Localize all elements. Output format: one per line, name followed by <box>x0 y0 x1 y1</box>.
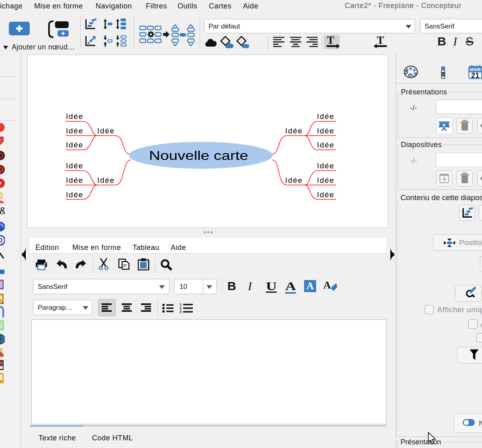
svg-text:Idée: Idée <box>66 127 83 135</box>
svg-text:$&: $& <box>0 205 5 216</box>
svg-text:Idée: Idée <box>66 190 83 199</box>
svg-text:Idée: Idée <box>66 112 83 121</box>
svg-text:Idée: Idée <box>317 176 334 184</box>
svg-text:Nouvelle carte: Nouvelle carte <box>149 148 248 163</box>
svg-text:Idée: Idée <box>285 127 302 135</box>
svg-text:B: B <box>227 279 236 293</box>
svg-text:Idée: Idée <box>317 127 334 135</box>
svg-text:Idée: Idée <box>317 141 334 149</box>
svg-text:U: U <box>266 279 277 293</box>
svg-text:I: I <box>247 279 253 293</box>
svg-text:T: T <box>377 35 384 46</box>
svg-text:3: 3 <box>180 310 182 314</box>
svg-text:Idée: Idée <box>66 141 83 149</box>
svg-text:A: A <box>323 279 331 291</box>
svg-text:Idée: Idée <box>66 176 83 184</box>
svg-text:Idée: Idée <box>97 176 114 184</box>
svg-text:T: T <box>327 35 334 46</box>
svg-text:Idée: Idée <box>317 112 334 121</box>
svg-text:21: 21 <box>471 72 479 80</box>
svg-text:A: A <box>285 279 296 293</box>
svg-text:Idée: Idée <box>317 162 334 170</box>
svg-text:Idée: Idée <box>97 127 114 135</box>
svg-text:Idée: Idée <box>317 190 334 199</box>
svg-text:Idée: Idée <box>66 162 83 170</box>
svg-text:Idée: Idée <box>285 176 302 184</box>
